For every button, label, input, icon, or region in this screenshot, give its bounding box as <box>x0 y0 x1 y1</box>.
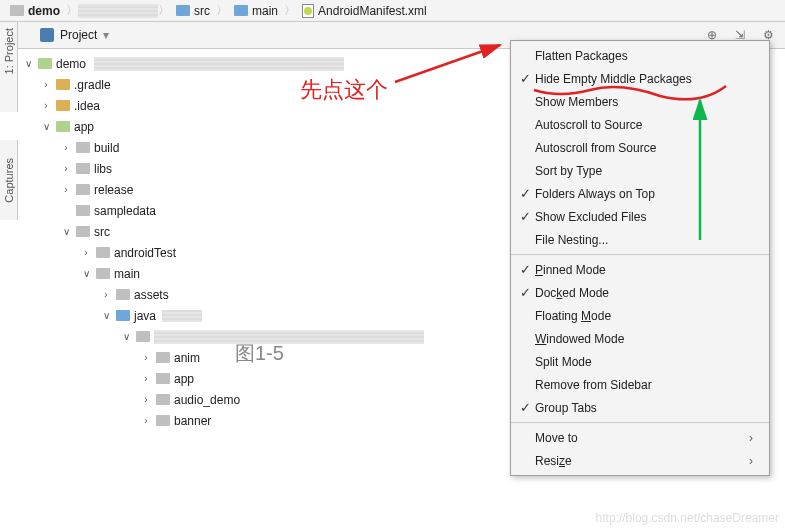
check-icon: ✓ <box>515 71 535 86</box>
submenu-icon: › <box>749 431 753 445</box>
sidebar-tab-project[interactable]: 1: Project <box>3 28 15 74</box>
expand-icon[interactable]: › <box>80 247 92 258</box>
tree-label: app <box>174 372 194 386</box>
tree-label: build <box>94 141 119 155</box>
menu-split-mode[interactable]: Split Mode <box>511 350 769 373</box>
breadcrumb-root-label: demo <box>28 4 60 18</box>
folder-icon <box>76 163 90 174</box>
expand-icon[interactable]: › <box>60 184 72 195</box>
expand-icon[interactable]: › <box>140 352 152 363</box>
breadcrumb-file-label: AndroidManifest.xml <box>318 4 427 18</box>
module-icon <box>56 121 70 132</box>
folder-icon <box>56 79 70 90</box>
menu-label: Floating Mode <box>535 309 753 323</box>
folder-icon <box>156 394 170 405</box>
menu-folders-always-on-top[interactable]: ✓Folders Always on Top <box>511 182 769 205</box>
menu-separator <box>511 254 769 255</box>
folder-icon <box>76 142 90 153</box>
menu-label: Show Excluded Files <box>535 210 753 224</box>
tree-label: audio_demo <box>174 393 240 407</box>
separator-icon: 〉 <box>216 2 228 19</box>
tree-label: sampledata <box>94 204 156 218</box>
check-icon: ✓ <box>515 285 535 300</box>
folder-icon <box>96 247 110 258</box>
menu-flatten-packages[interactable]: Flatten Packages <box>511 44 769 67</box>
check-icon: ✓ <box>515 262 535 277</box>
menu-show-members[interactable]: Show Members <box>511 90 769 113</box>
separator-icon: 〉 <box>158 2 170 19</box>
expand-icon[interactable]: › <box>40 100 52 111</box>
menu-label: Autoscroll to Source <box>535 118 753 132</box>
menu-autoscroll-from-source[interactable]: Autoscroll from Source <box>511 136 769 159</box>
check-icon: ✓ <box>515 209 535 224</box>
expand-icon[interactable]: › <box>140 415 152 426</box>
expand-icon[interactable]: › <box>60 163 72 174</box>
expand-icon[interactable]: ∨ <box>100 310 112 321</box>
separator-icon: 〉 <box>66 2 78 19</box>
breadcrumb-src[interactable]: src <box>170 4 216 18</box>
menu-windowed-mode[interactable]: Windowed Mode <box>511 327 769 350</box>
menu-resize[interactable]: Resize› <box>511 449 769 472</box>
breadcrumb-root[interactable]: demo <box>4 4 66 18</box>
dropdown-icon[interactable]: ▾ <box>103 28 109 42</box>
breadcrumb: demo 〉 〉 src 〉 main 〉 AndroidManifest.xm… <box>0 0 785 22</box>
menu-show-excluded-files[interactable]: ✓Show Excluded Files <box>511 205 769 228</box>
separator-icon: 〉 <box>284 2 296 19</box>
expand-icon[interactable]: ∨ <box>120 331 132 342</box>
expand-icon[interactable]: ∨ <box>40 121 52 132</box>
menu-floating-mode[interactable]: Floating Mode <box>511 304 769 327</box>
folder-icon <box>56 100 70 111</box>
sidebar-tab-captures[interactable]: Captures <box>3 158 15 203</box>
redacted-path <box>94 57 344 71</box>
menu-label: Sort by Type <box>535 164 753 178</box>
expand-icon[interactable]: › <box>100 289 112 300</box>
expand-icon[interactable]: › <box>140 394 152 405</box>
menu-remove-sidebar[interactable]: Remove from Sidebar <box>511 373 769 396</box>
folder-icon <box>176 5 190 16</box>
expand-icon[interactable]: ∨ <box>60 226 72 237</box>
menu-group-tabs[interactable]: ✓Group Tabs <box>511 396 769 419</box>
breadcrumb-file[interactable]: AndroidManifest.xml <box>296 4 433 18</box>
menu-docked-mode[interactable]: ✓Docked Mode <box>511 281 769 304</box>
menu-file-nesting[interactable]: File Nesting... <box>511 228 769 251</box>
tree-label: assets <box>134 288 169 302</box>
android-xml-icon <box>302 4 314 18</box>
menu-label: Windowed Mode <box>535 332 753 346</box>
menu-label: File Nesting... <box>535 233 753 247</box>
expand-icon[interactable]: › <box>60 142 72 153</box>
module-icon <box>38 58 52 69</box>
menu-autoscroll-to-source[interactable]: Autoscroll to Source <box>511 113 769 136</box>
menu-move-to[interactable]: Move to› <box>511 426 769 449</box>
tree-label: src <box>94 225 110 239</box>
breadcrumb-src-label: src <box>194 4 210 18</box>
menu-sort-by-type[interactable]: Sort by Type <box>511 159 769 182</box>
expand-icon[interactable]: ∨ <box>22 58 34 69</box>
tree-label: .gradle <box>74 78 111 92</box>
expand-icon[interactable]: › <box>140 373 152 384</box>
menu-label: Flatten Packages <box>535 49 753 63</box>
tree-label: androidTest <box>114 246 176 260</box>
menu-label: Show Members <box>535 95 753 109</box>
tree-label: app <box>74 120 94 134</box>
redacted-package <box>154 330 424 344</box>
folder-icon <box>10 5 24 16</box>
menu-label: Resize <box>535 454 749 468</box>
expand-icon[interactable]: › <box>40 79 52 90</box>
folder-icon <box>116 289 130 300</box>
expand-icon[interactable]: ∨ <box>80 268 92 279</box>
panel-title[interactable]: Project <box>60 28 97 42</box>
tree-label: main <box>114 267 140 281</box>
tree-label: java <box>134 309 156 323</box>
breadcrumb-main[interactable]: main <box>228 4 284 18</box>
folder-icon <box>156 415 170 426</box>
check-icon: ✓ <box>515 186 535 201</box>
menu-hide-empty-middle-packages[interactable]: ✓Hide Empty Middle Packages <box>511 67 769 90</box>
submenu-icon: › <box>749 454 753 468</box>
tree-label: anim <box>174 351 200 365</box>
folder-icon <box>76 226 90 237</box>
folder-icon <box>116 310 130 321</box>
menu-pinned-mode[interactable]: ✓Pinned Mode <box>511 258 769 281</box>
tree-label: demo <box>56 57 86 71</box>
redacted-crumb <box>78 4 158 18</box>
redacted <box>162 310 202 322</box>
